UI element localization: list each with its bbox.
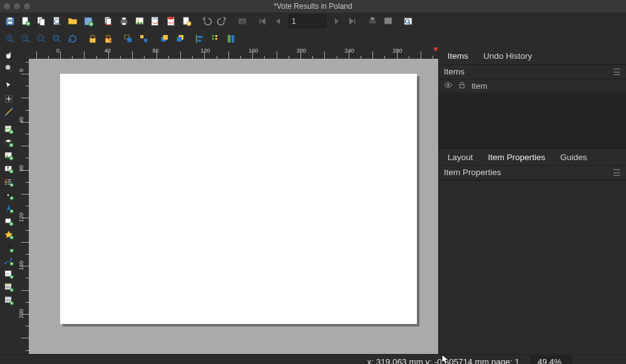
refresh-icon[interactable] xyxy=(65,31,80,46)
svg-rect-60 xyxy=(228,35,231,43)
tab-layout[interactable]: Layout xyxy=(443,151,478,163)
last-feature-icon[interactable] xyxy=(345,14,360,29)
svg-line-37 xyxy=(43,40,46,43)
zoom-level-input[interactable]: 49.4% xyxy=(531,356,572,364)
ungroup-items-icon[interactable] xyxy=(136,31,151,46)
first-feature-icon[interactable] xyxy=(255,14,270,29)
item-properties-body xyxy=(439,180,626,354)
atlas-print-icon[interactable] xyxy=(365,14,380,29)
unlock-items-icon[interactable] xyxy=(101,31,116,46)
tab-undo-history[interactable]: Undo History xyxy=(478,50,537,62)
svg-point-112 xyxy=(447,84,449,86)
svg-text:1:1: 1:1 xyxy=(39,36,43,40)
svg-text:T: T xyxy=(7,166,9,171)
page-number-input[interactable] xyxy=(289,14,326,28)
svg-rect-83 xyxy=(5,195,7,196)
zoom-in-icon[interactable] xyxy=(3,31,18,46)
atlas-settings-icon[interactable] xyxy=(401,14,416,29)
export-svg-icon[interactable] xyxy=(148,14,163,29)
tab-item-properties[interactable]: Item Properties xyxy=(483,151,551,163)
add-north-arrow-icon[interactable] xyxy=(1,202,16,215)
tab-items[interactable]: Items xyxy=(443,50,473,62)
canvas-area: 04080120160200240280320 04080120160200 xyxy=(18,48,438,354)
print-icon[interactable] xyxy=(116,14,131,29)
lower-item-icon[interactable] xyxy=(172,31,187,46)
panel-menu-icon[interactable]: ☰ xyxy=(613,67,621,77)
add-node-item-icon[interactable] xyxy=(1,255,16,267)
zoom-tool-icon[interactable] xyxy=(1,62,16,74)
group-items-icon[interactable] xyxy=(121,31,136,46)
add-shape-icon[interactable] xyxy=(1,215,16,228)
raise-item-icon[interactable] xyxy=(156,31,172,46)
svg-point-24 xyxy=(188,23,190,24)
zoom-actual-icon[interactable]: 1:1 xyxy=(34,31,49,46)
ruler-vertical: 04080120160200 xyxy=(18,59,29,354)
canvas-viewport[interactable] xyxy=(29,59,438,354)
svg-rect-1 xyxy=(8,18,13,20)
svg-rect-55 xyxy=(197,40,201,42)
add-fixed-table-icon[interactable] xyxy=(1,294,16,306)
save-project-icon[interactable] xyxy=(3,14,18,29)
svg-rect-15 xyxy=(122,18,126,20)
align-left-icon[interactable] xyxy=(192,31,207,46)
distribute-left-icon[interactable] xyxy=(208,31,223,46)
undo-icon[interactable] xyxy=(199,14,214,29)
item-properties-header: Item Properties ☰ xyxy=(439,166,626,180)
svg-rect-47 xyxy=(140,35,143,38)
atlas-export-image-icon[interactable] xyxy=(381,14,396,29)
zoom-out-icon[interactable] xyxy=(18,31,33,46)
items-list-header: Item xyxy=(439,79,626,93)
tab-guides[interactable]: Guides xyxy=(555,151,592,163)
panel-menu-icon[interactable]: ☰ xyxy=(613,168,621,178)
svg-rect-27 xyxy=(371,18,374,20)
add-picture-icon[interactable] xyxy=(1,149,16,162)
move-item-content-icon[interactable] xyxy=(1,93,16,105)
open-folder-icon[interactable] xyxy=(65,14,80,29)
svg-rect-16 xyxy=(122,23,126,25)
layout-manager-icon[interactable] xyxy=(49,14,64,29)
select-tool-icon[interactable] xyxy=(1,79,16,92)
svg-point-92 xyxy=(4,263,6,265)
lock-items-icon[interactable] xyxy=(85,31,100,46)
svg-rect-56 xyxy=(212,35,214,37)
add-label-icon[interactable]: T xyxy=(1,163,16,175)
pan-tool-icon[interactable] xyxy=(1,49,16,61)
add-3dmap-icon[interactable] xyxy=(1,136,16,149)
redo-icon[interactable] xyxy=(215,14,230,29)
svg-rect-41 xyxy=(54,36,58,39)
item-column-header: Item xyxy=(471,81,487,91)
prev-feature-icon[interactable] xyxy=(270,14,285,29)
svg-rect-42 xyxy=(90,38,96,43)
main-content: T </> 04080120160200240280320 0408012016… xyxy=(0,48,626,354)
new-layout-icon[interactable] xyxy=(18,14,33,29)
svg-rect-6 xyxy=(40,19,45,26)
svg-rect-76 xyxy=(5,179,7,181)
export-pdf-icon[interactable]: PDF xyxy=(163,14,178,29)
svg-rect-48 xyxy=(144,39,147,42)
add-marker-icon[interactable] xyxy=(1,228,16,241)
add-scalebar-icon[interactable] xyxy=(1,189,16,201)
add-html-icon[interactable]: </> xyxy=(1,268,16,280)
edit-nodes-icon[interactable] xyxy=(1,106,16,118)
add-map-icon[interactable] xyxy=(1,123,16,136)
layout-page[interactable] xyxy=(60,74,417,324)
add-legend-icon[interactable] xyxy=(1,176,16,188)
add-attribute-table-icon[interactable] xyxy=(1,281,16,293)
svg-rect-54 xyxy=(197,36,203,38)
resize-narrowest-icon[interactable] xyxy=(223,31,239,46)
svg-rect-66 xyxy=(11,108,13,109)
svg-rect-52 xyxy=(177,37,182,42)
export-image-icon[interactable] xyxy=(132,14,147,29)
svg-line-33 xyxy=(11,40,14,43)
svg-text:</>: </> xyxy=(6,273,10,276)
duplicate-layout-icon[interactable] xyxy=(34,14,49,29)
save-as-template-icon[interactable] xyxy=(81,14,96,29)
zoom-full-icon[interactable] xyxy=(49,31,64,46)
refresh-view-icon[interactable] xyxy=(235,14,250,29)
add-arrow-icon[interactable] xyxy=(1,241,16,254)
add-pages-icon[interactable] xyxy=(101,14,116,29)
page-setup-icon[interactable] xyxy=(179,14,194,29)
ruler-cursor-marker xyxy=(433,48,438,52)
panel-tabs-upper: Items Undo History xyxy=(439,48,626,65)
next-feature-icon[interactable] xyxy=(329,14,344,29)
